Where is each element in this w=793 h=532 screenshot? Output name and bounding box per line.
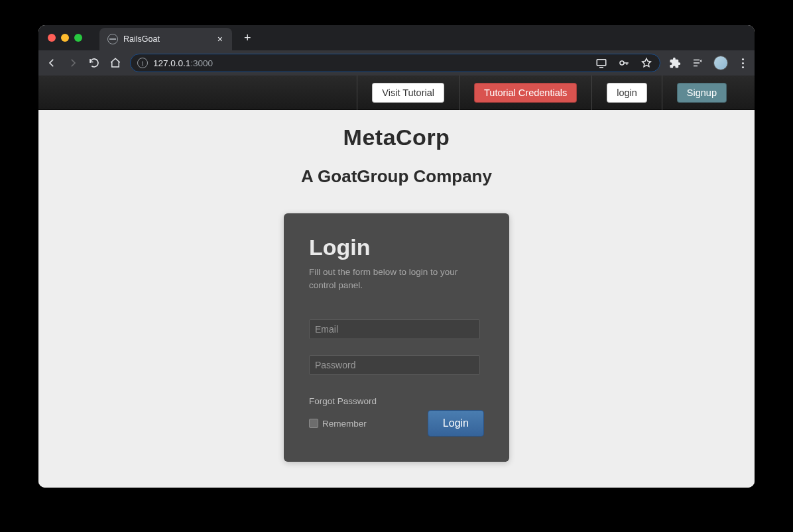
- browser-toolbar: i 127.0.0.1:3000: [38, 50, 755, 76]
- browser-menu-button[interactable]: [737, 58, 748, 68]
- remember-label[interactable]: Remember: [309, 419, 367, 429]
- page-viewport: Visit Tutorial Tutorial Credentials logi…: [38, 76, 755, 488]
- reload-button[interactable]: [88, 56, 101, 70]
- window-close-icon[interactable]: [48, 34, 56, 42]
- reading-list-icon[interactable]: [691, 56, 704, 70]
- remember-text: Remember: [322, 419, 367, 429]
- signup-nav-button[interactable]: Signup: [677, 83, 727, 103]
- nav-slot: Signup: [662, 76, 741, 110]
- tab-strip: RailsGoat × +: [38, 25, 755, 50]
- nav-slot: Visit Tutorial: [357, 76, 459, 110]
- svg-point-1: [620, 61, 624, 65]
- forward-button[interactable]: [66, 56, 80, 70]
- email-field[interactable]: [309, 319, 480, 339]
- tab-title: RailsGoat: [123, 34, 160, 44]
- new-tab-button[interactable]: +: [237, 31, 258, 45]
- device-cast-icon[interactable]: [595, 56, 608, 70]
- back-button[interactable]: [45, 56, 58, 70]
- company-subtitle: A GoatGroup Company: [38, 166, 755, 187]
- forgot-password-link[interactable]: Forgot Password: [309, 396, 484, 406]
- browser-window: RailsGoat × + i 127.0.0.1:3000: [38, 25, 755, 488]
- visit-tutorial-button[interactable]: Visit Tutorial: [372, 83, 444, 103]
- company-title: MetaCorp: [38, 125, 755, 150]
- password-key-icon[interactable]: [617, 56, 631, 70]
- home-button[interactable]: [109, 56, 122, 70]
- url-port: :3000: [190, 58, 213, 68]
- window-maximize-icon[interactable]: [74, 34, 82, 42]
- globe-icon: [107, 34, 118, 44]
- site-nav: Visit Tutorial Tutorial Credentials logi…: [38, 76, 755, 110]
- window-minimize-icon[interactable]: [61, 34, 69, 42]
- tutorial-credentials-button[interactable]: Tutorial Credentials: [474, 83, 577, 103]
- browser-tab[interactable]: RailsGoat ×: [99, 28, 232, 50]
- svg-rect-0: [597, 60, 606, 66]
- address-bar[interactable]: i 127.0.0.1:3000: [130, 54, 660, 72]
- login-heading: Login: [309, 235, 484, 260]
- url-text: 127.0.0.1:3000: [153, 58, 213, 68]
- close-icon[interactable]: ×: [216, 34, 224, 44]
- login-card: Login Fill out the form below to login t…: [284, 213, 509, 462]
- bookmark-star-icon[interactable]: [640, 56, 653, 70]
- login-submit-button[interactable]: Login: [428, 410, 484, 437]
- url-host: 127.0.0.1: [153, 58, 190, 68]
- login-nav-button[interactable]: login: [607, 83, 647, 103]
- nav-slot: Tutorial Credentials: [459, 76, 591, 110]
- password-field[interactable]: [309, 355, 480, 375]
- nav-slot: login: [591, 76, 662, 110]
- hero: MetaCorp A GoatGroup Company: [38, 110, 755, 187]
- extensions-icon[interactable]: [668, 56, 682, 70]
- remember-checkbox[interactable]: [309, 419, 318, 428]
- site-info-icon[interactable]: i: [137, 58, 148, 68]
- login-bottom-row: Remember Login: [309, 410, 484, 437]
- login-hint: Fill out the form below to login to your…: [309, 266, 484, 292]
- profile-avatar[interactable]: [713, 56, 728, 70]
